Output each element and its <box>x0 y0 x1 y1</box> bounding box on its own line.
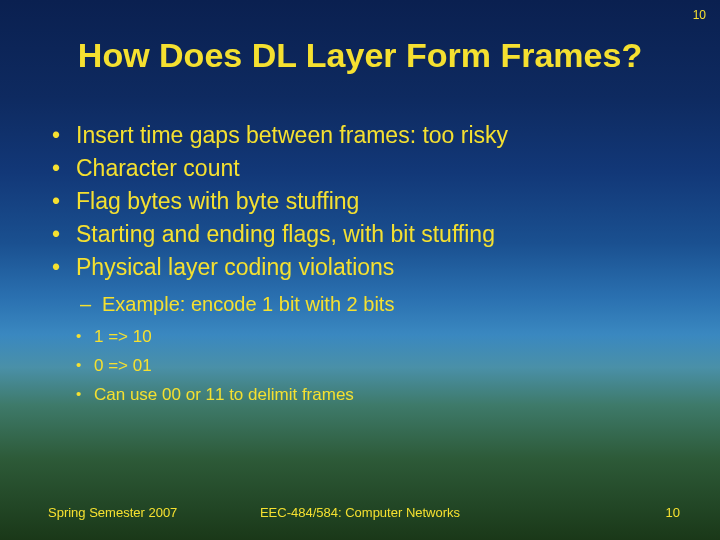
list-item: Starting and ending flags, with bit stuf… <box>48 219 680 250</box>
list-item: 1 => 10 <box>74 323 680 352</box>
list-item: 0 => 01 <box>74 352 680 381</box>
list-item: Insert time gaps between frames: too ris… <box>48 120 680 151</box>
list-item: Flag bytes with byte stuffing <box>48 186 680 217</box>
footer-right: 10 <box>666 505 680 520</box>
list-item: Physical layer coding violations <box>48 252 680 283</box>
slide-content: Insert time gaps between frames: too ris… <box>48 120 680 410</box>
subsub-bullet-list: 1 => 10 0 => 01 Can use 00 or 11 to deli… <box>74 323 680 410</box>
list-item: Character count <box>48 153 680 184</box>
list-item: Example: encode 1 bit with 2 bits <box>78 289 680 319</box>
list-item: Can use 00 or 11 to delimit frames <box>74 381 680 410</box>
bullet-list: Insert time gaps between frames: too ris… <box>48 120 680 283</box>
slide-title: How Does DL Layer Form Frames? <box>0 36 720 75</box>
sub-bullet-list: Example: encode 1 bit with 2 bits <box>78 289 680 319</box>
footer-center: EEC-484/584: Computer Networks <box>0 505 720 520</box>
slide-number-top: 10 <box>693 8 706 22</box>
